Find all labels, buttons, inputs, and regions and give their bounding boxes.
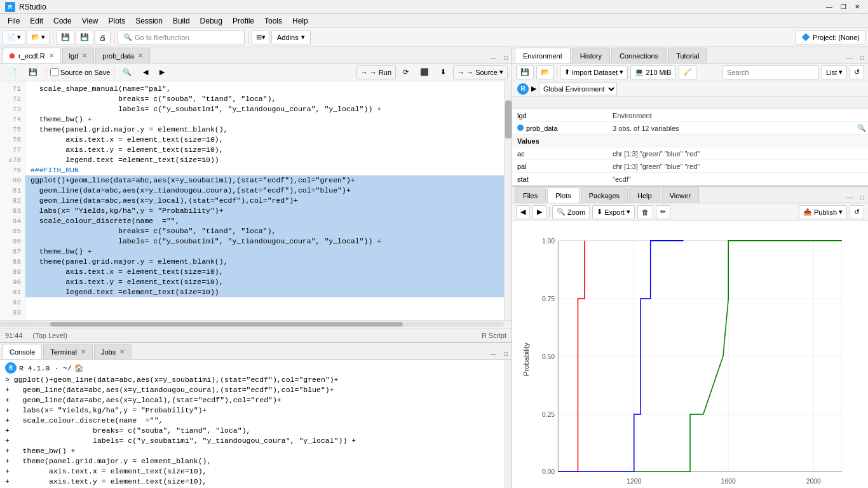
close-lgd-icon[interactable]: ✕ [82, 52, 87, 59]
search-button[interactable]: 🔍 [118, 65, 136, 79]
tab-packages[interactable]: Packages [581, 187, 628, 203]
console-maximize-button[interactable]: □ [500, 348, 512, 359]
hscroll-thumb[interactable] [50, 322, 403, 327]
close-r-ecdf-icon[interactable]: ✕ [49, 52, 54, 59]
close-prob-data-icon[interactable]: ✕ [138, 52, 143, 59]
go-to-file-input[interactable]: 🔍 Go to file/function [118, 30, 245, 45]
tab-terminal[interactable]: Terminal ✕ [43, 344, 93, 359]
env-row-ac[interactable]: ac chr [1:3] "green" "blue" "red" [512, 147, 868, 160]
minimize-button[interactable]: — [824, 1, 835, 13]
nav-next-button[interactable]: ▶ [155, 65, 169, 79]
code-line: legend.text =element_text(size=10)) [25, 155, 504, 165]
edit-plot-button[interactable]: ✏ [656, 205, 670, 219]
window-controls[interactable]: — ❐ ✕ [824, 1, 863, 13]
env-dropdown[interactable]: Global Environment [539, 83, 617, 95]
resume-button[interactable]: ⟳ [398, 65, 413, 79]
run-button[interactable]: → → Run [356, 65, 396, 79]
source-on-save-label[interactable]: Source on Save [50, 68, 110, 76]
delete-plot-button[interactable]: 🗑 [637, 205, 653, 219]
tab-r-ecdf[interactable]: r_ecdf.R ✕ [3, 48, 61, 63]
menu-build[interactable]: Build [168, 15, 195, 27]
tab-connections[interactable]: Connections [611, 48, 667, 63]
new-doc-button[interactable]: 📄 [4, 65, 22, 79]
env-prob-data-action[interactable]: 🔍 [855, 124, 868, 132]
console-vscroll[interactable] [504, 360, 512, 488]
step-button[interactable]: ⬇ [436, 65, 451, 79]
zoom-button[interactable]: 🔍 Zoom [552, 205, 590, 219]
new-file-button[interactable]: 📄▾ [3, 30, 25, 45]
env-row-pal[interactable]: pal chr [1:3] "green" "blue" "red" [512, 160, 868, 173]
close-terminal-icon[interactable]: ✕ [81, 348, 86, 355]
close-button[interactable]: ✕ [851, 1, 863, 13]
tab-viewer[interactable]: Viewer [661, 187, 699, 203]
tab-jobs[interactable]: Jobs ✕ [94, 344, 132, 359]
app-title: RStudio [19, 3, 824, 11]
menu-code[interactable]: Code [48, 15, 77, 27]
grid-button[interactable]: ⊞▾ [252, 30, 270, 45]
maximize-button[interactable]: ❐ [837, 1, 849, 13]
env-row-prob-data[interactable]: prob_data 3 obs. of 12 variables 🔍 [512, 122, 868, 135]
publish-button[interactable]: 📤 Publish ▾ [799, 205, 847, 219]
code-content[interactable]: scale_shape_manual(name="pal", breaks= c… [25, 81, 504, 320]
menu-file[interactable]: File [3, 15, 25, 27]
print-button[interactable]: 🖨 [95, 30, 111, 45]
save-all-button[interactable]: 💾 [76, 30, 93, 45]
env-search-input[interactable] [722, 65, 819, 79]
line-number: 88 [0, 257, 25, 267]
env-selector: R ▶ Global Environment [512, 81, 868, 97]
open-file-button[interactable]: 📂▾ [27, 30, 50, 45]
editor-vscroll[interactable] [504, 81, 512, 320]
plots-maximize-button[interactable]: □ [857, 191, 868, 203]
load-env-button[interactable]: 📂 [536, 65, 554, 79]
import-dataset-button[interactable]: ⬆ Import Dataset ▾ [560, 65, 628, 79]
code-editor[interactable]: 71727374757677⚠7879808182838485868788899… [0, 81, 512, 320]
menu-session[interactable]: Session [130, 15, 168, 27]
tab-help[interactable]: Help [629, 187, 660, 203]
clear-env-button[interactable]: 🧹 [679, 65, 696, 79]
tab-plots[interactable]: Plots [547, 187, 579, 203]
nav-prev-button[interactable]: ◀ [139, 65, 153, 79]
editor-hscroll[interactable] [0, 320, 512, 328]
tab-tutorial[interactable]: Tutorial [668, 48, 707, 63]
menu-edit[interactable]: Edit [25, 15, 48, 27]
env-list-button[interactable]: List ▾ [822, 65, 847, 79]
tab-environment[interactable]: Environment [515, 48, 571, 63]
env-maximize-button[interactable]: □ [857, 51, 868, 63]
save-env-button[interactable]: 💾 [516, 65, 534, 79]
save-button[interactable]: 💾 [57, 30, 74, 45]
source-on-save-checkbox[interactable] [50, 68, 58, 76]
menu-debug[interactable]: Debug [195, 15, 227, 27]
menu-tools[interactable]: Tools [259, 15, 287, 27]
close-jobs-icon[interactable]: ✕ [119, 348, 125, 355]
editor-tabs: r_ecdf.R ✕ lgd ✕ prob_data ✕ — □ [0, 47, 512, 64]
menu-view[interactable]: View [77, 15, 104, 27]
console-minimize-button[interactable]: — [487, 348, 499, 359]
save-doc-button[interactable]: 💾 [24, 65, 42, 79]
addins-button[interactable]: Addins ▾ [271, 30, 311, 45]
menu-help[interactable]: Help [287, 15, 313, 27]
env-row-stat[interactable]: stat "ecdf" [512, 173, 868, 186]
tab-history[interactable]: History [572, 48, 610, 63]
editor-maximize-button[interactable]: □ [500, 51, 512, 63]
back-button[interactable]: ◀ [516, 205, 530, 219]
menu-profile[interactable]: Profile [227, 15, 259, 27]
tab-console[interactable]: Console [3, 344, 42, 359]
plots-minimize-button[interactable]: — [844, 191, 855, 203]
memory-button[interactable]: 💻 210 MiB [630, 65, 675, 79]
source-button[interactable]: → → Source ▾ [453, 65, 508, 79]
code-line: theme(panel.grid.major.y = element_blank… [25, 125, 504, 135]
tab-prob-data[interactable]: prob_data ✕ [95, 48, 150, 63]
plots-refresh-button[interactable]: ↺ [850, 205, 864, 219]
export-button[interactable]: ⬇ Export ▾ [592, 205, 635, 219]
env-minimize-button[interactable]: — [844, 51, 855, 63]
tab-files[interactable]: Files [515, 187, 546, 203]
stop-button[interactable]: ⬛ [416, 65, 433, 79]
menu-plots[interactable]: Plots [104, 15, 131, 27]
tab-lgd[interactable]: lgd ✕ [62, 48, 95, 63]
console-content[interactable]: R R 4.1.0 · ~/ 🏠 > ggplot()+geom_line(da… [0, 360, 512, 488]
forward-button[interactable]: ▶ [532, 205, 546, 219]
env-refresh-button[interactable]: ↺ [850, 65, 864, 79]
editor-vscroll-thumb[interactable] [505, 100, 512, 139]
editor-minimize-button[interactable]: — [487, 51, 499, 63]
env-row-lgd[interactable]: lgd Environment [512, 109, 868, 122]
